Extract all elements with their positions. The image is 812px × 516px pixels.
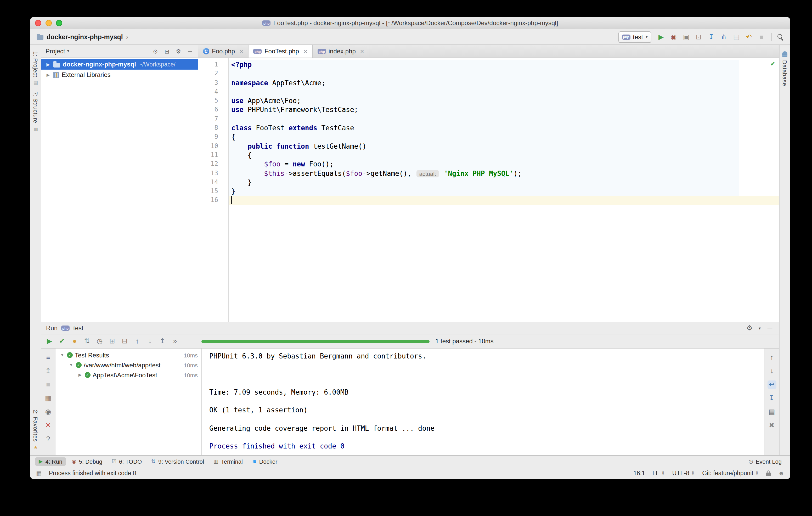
code-line[interactable]: <?php — [229, 60, 779, 69]
title-bar[interactable]: FooTest.php - docker-nginx-php-mysql - [… — [30, 17, 790, 29]
run-config-select[interactable]: test ▾ — [618, 31, 651, 42]
next-failed-button[interactable]: ↓ — [145, 337, 154, 345]
soft-wrap-button[interactable]: ↩ — [767, 380, 776, 389]
tree-arrow-icon[interactable]: ▼ — [60, 353, 65, 357]
test-tree-row[interactable]: ▼✓/var/www/html/web/app/test10ms — [55, 360, 201, 370]
run-button[interactable]: ▶ — [657, 33, 666, 41]
test-tree-row[interactable]: ▼✓Test Results10ms — [55, 350, 201, 360]
debug-button[interactable]: ◉ — [669, 33, 678, 41]
code-line[interactable]: use PHPUnit\Framework\TestCase; — [229, 106, 779, 115]
stop-button[interactable]: ■ — [44, 380, 53, 389]
project-panel-title[interactable]: Project — [46, 47, 65, 55]
inspections-status-icon[interactable]: ✔ — [770, 60, 775, 67]
attach-debugger-button[interactable]: ⊡ — [694, 33, 703, 41]
rerun-tests-button[interactable]: ▶ — [45, 337, 54, 345]
code-line[interactable] — [229, 196, 779, 205]
scroll-down-button[interactable]: ↓ — [767, 367, 776, 375]
tree-arrow-icon[interactable]: ▼ — [68, 363, 74, 367]
stop-button[interactable]: ■ — [757, 33, 766, 41]
toolwindow-button-docker[interactable]: ≋Docker — [249, 457, 281, 465]
test-tree-row[interactable]: ▶✓AppTest\Acme\FooTest10ms — [55, 370, 201, 380]
more-options-chevron[interactable]: » — [171, 337, 179, 345]
close-button[interactable]: ✕ — [44, 421, 53, 430]
project-tree-row[interactable]: ▶docker-nginx-php-mysql~/Workspace/ — [41, 59, 198, 69]
encoding-widget[interactable]: UTF-8⇕ — [672, 470, 695, 476]
tool-stripe-button[interactable]: 7: Structure▥ — [32, 92, 39, 132]
code-line[interactable]: use App\Acme\Foo; — [229, 96, 779, 106]
close-button[interactable] — [35, 20, 41, 26]
close-tab-icon[interactable]: ✕ — [303, 49, 308, 54]
code-line[interactable] — [229, 87, 779, 96]
previous-failed-button[interactable]: ↑ — [133, 337, 142, 345]
code-line[interactable] — [229, 115, 779, 124]
undo-button[interactable]: ↶ — [745, 33, 753, 41]
hide-panel-button[interactable]: ─ — [186, 47, 194, 55]
lock-icon[interactable] — [766, 472, 771, 476]
code-line[interactable]: namespace AppTest\Acme; — [229, 78, 779, 87]
settings-icon[interactable]: ⚙ — [745, 324, 754, 332]
code-line[interactable]: class FooTest extends TestCase — [229, 123, 779, 133]
code-line[interactable]: { — [229, 151, 779, 160]
code-area[interactable]: <?phpnamespace AppTest\Acme;use App\Acme… — [229, 58, 779, 322]
toolwindow-button-4-run[interactable]: ▶4: Run — [35, 457, 66, 465]
test-history-button[interactable]: ↥ — [158, 337, 167, 345]
line-separator-widget[interactable]: LF⇕ — [652, 470, 665, 476]
tool-stripe-button[interactable]: 2: Favorites★ — [32, 410, 39, 450]
vcs-history-button[interactable]: ▤ — [732, 33, 741, 41]
tool-stripe-button[interactable]: Database — [782, 51, 788, 86]
expand-all-button[interactable]: ⊞ — [108, 337, 117, 345]
coverage-button[interactable]: ▣ — [682, 33, 691, 41]
import-tests-button[interactable]: ↥ — [44, 367, 53, 375]
toolwindow-button-6-todo[interactable]: ☑6: TODO — [108, 457, 145, 465]
show-passed-button[interactable]: ✔ — [58, 337, 66, 345]
tool-stripe-button[interactable]: 1: Project▤ — [32, 51, 39, 86]
locate-file-button[interactable]: ⊙ — [152, 47, 159, 55]
close-tab-icon[interactable]: ✕ — [239, 49, 243, 54]
run-tab-label[interactable]: Run — [46, 324, 58, 332]
toolwindow-switcher-icon[interactable]: ▦ — [36, 470, 41, 477]
tree-arrow-icon[interactable]: ▶ — [46, 73, 51, 77]
minimize-button[interactable] — [46, 20, 52, 26]
code-line[interactable]: $this->assertEquals($foo->getName(), act… — [229, 169, 779, 178]
pin-tab-button[interactable]: ◉ — [44, 408, 53, 416]
toolwindow-button-event-log[interactable]: ◷Event Log — [745, 457, 785, 465]
editor-tab[interactable]: index.php✕ — [313, 45, 370, 58]
toolwindow-button-9-version-control[interactable]: ⇅9: Version Control — [148, 457, 208, 465]
zoom-button[interactable] — [56, 20, 62, 26]
collapse-all-button[interactable]: ⊟ — [120, 337, 129, 345]
print-button[interactable]: ▤ — [767, 408, 776, 416]
tree-arrow-icon[interactable]: ▶ — [78, 373, 83, 377]
show-statistics-button[interactable]: ≡ — [44, 353, 53, 362]
close-tab-icon[interactable]: ✕ — [360, 49, 365, 54]
toolwindow-button-terminal[interactable]: ▥Terminal — [210, 457, 246, 465]
sort-by-duration-button[interactable]: ◷ — [95, 337, 104, 345]
clear-console-button[interactable]: ✖ — [767, 421, 776, 430]
scroll-up-button[interactable]: ↑ — [767, 353, 776, 362]
tree-arrow-icon[interactable]: ▶ — [46, 62, 51, 67]
code-line[interactable]: public function testGetName() — [229, 142, 779, 151]
code-line[interactable]: { — [229, 133, 779, 142]
project-tree-row[interactable]: ▶External Libraries — [41, 69, 198, 80]
console-output[interactable]: PHPUnit 6.3.0 by Sebastian Bergmann and … — [202, 348, 764, 455]
git-branch-widget[interactable]: Git: feature/phpunit⇕ — [702, 470, 759, 476]
code-line[interactable]: $foo = new Foo(); — [229, 160, 779, 169]
scroll-to-end-button[interactable]: ↧ — [767, 394, 776, 402]
code-line[interactable] — [229, 69, 779, 79]
toolwindow-button-5-debug[interactable]: ◉5: Debug — [68, 457, 106, 465]
collapse-all-button[interactable]: ⊟ — [163, 47, 171, 55]
code-line[interactable]: } — [229, 178, 779, 187]
restore-layout-button[interactable]: ▦ — [44, 394, 53, 402]
breadcrumb[interactable]: docker-nginx-php-mysql › — [37, 33, 128, 41]
code-line[interactable]: } — [229, 187, 779, 196]
caret-position-widget[interactable]: 16:1 — [633, 470, 645, 476]
show-ignored-button[interactable]: ● — [70, 337, 79, 345]
editor-tab[interactable]: FooTest.php✕ — [249, 45, 313, 58]
search-everywhere-icon[interactable] — [777, 33, 784, 40]
vcs-operations-button[interactable]: ⋔ — [719, 33, 728, 41]
hide-panel-button[interactable]: ─ — [765, 324, 774, 332]
hector-inspector-icon[interactable]: ☻ — [778, 470, 784, 476]
vcs-update-button[interactable]: ↧ — [707, 33, 716, 41]
settings-icon[interactable]: ⚙ — [175, 47, 182, 55]
editor-tab[interactable]: Foo.php✕ — [198, 45, 249, 58]
help-button[interactable]: ? — [44, 435, 53, 443]
